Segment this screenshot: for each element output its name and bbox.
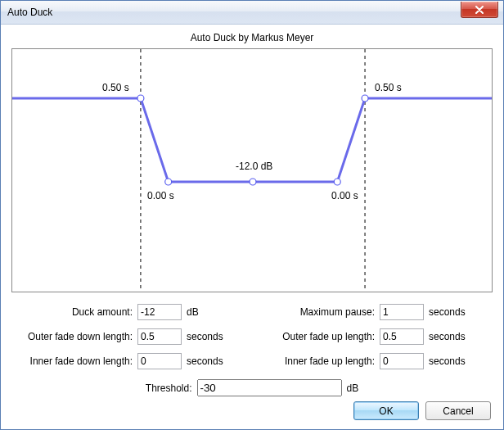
svg-point-3 xyxy=(165,179,172,185)
svg-point-2 xyxy=(137,95,144,102)
max-pause-label: Maximum pause: xyxy=(252,306,380,318)
param-threshold: Threshold: dB xyxy=(10,379,494,396)
inner-fade-down-label: Inner fade down length: xyxy=(10,355,137,367)
param-outer-fade-up: Outer fade up length: seconds xyxy=(252,328,494,345)
duck-amount-unit: dB xyxy=(182,306,199,318)
ok-button[interactable]: OK xyxy=(353,401,419,420)
inner-fade-down-time-label: 0.00 s xyxy=(147,190,174,201)
inner-fade-up-time-label: 0.00 s xyxy=(331,190,358,201)
parameters-grid: Duck amount: dB Maximum pause: seconds O… xyxy=(2,304,502,396)
max-pause-input[interactable] xyxy=(380,304,424,320)
outer-fade-down-input[interactable] xyxy=(137,328,182,345)
inner-fade-up-label: Inner fade up length: xyxy=(252,355,380,367)
svg-point-6 xyxy=(362,95,368,102)
close-button[interactable] xyxy=(461,2,498,18)
inner-fade-down-unit: seconds xyxy=(182,355,223,367)
param-max-pause: Maximum pause: seconds xyxy=(252,304,494,320)
svg-point-4 xyxy=(250,179,256,185)
outer-fade-up-input[interactable] xyxy=(380,328,424,345)
outer-fade-down-label: Outer fade down length: xyxy=(10,331,137,342)
param-inner-fade-up: Inner fade up length: seconds xyxy=(252,353,494,369)
inner-fade-up-unit: seconds xyxy=(424,355,466,367)
param-inner-fade-down: Inner fade down length: seconds xyxy=(10,353,252,369)
outer-fade-up-label: Outer fade up length: xyxy=(252,331,380,342)
outer-fade-up-unit: seconds xyxy=(424,331,466,342)
threshold-unit: dB xyxy=(347,382,359,394)
inner-fade-down-input[interactable] xyxy=(137,353,182,369)
window-title: Auto Duck xyxy=(1,7,52,18)
threshold-label: Threshold: xyxy=(146,382,192,394)
duck-amount-label: Duck amount: xyxy=(10,306,137,318)
envelope-graph[interactable]: 0.50 s 0.50 s -12.0 dB 0.00 s 0.00 s xyxy=(11,48,493,292)
outer-fade-up-time-label: 0.50 s xyxy=(375,82,402,93)
threshold-input[interactable] xyxy=(197,379,342,396)
client-area: Auto Duck by Markus Meyer 0.50 s 0.50 s … xyxy=(2,25,502,428)
outer-fade-down-time-label: 0.50 s xyxy=(102,82,129,93)
svg-point-5 xyxy=(334,179,340,185)
close-icon xyxy=(475,6,484,14)
max-pause-unit: seconds xyxy=(424,306,466,318)
dialog-window: Auto Duck Auto Duck by Markus Meyer xyxy=(0,0,504,430)
duck-amount-input[interactable] xyxy=(137,304,182,320)
param-duck-amount: Duck amount: dB xyxy=(10,304,252,320)
subtitle: Auto Duck by Markus Meyer xyxy=(2,25,502,48)
outer-fade-down-unit: seconds xyxy=(182,331,223,342)
duck-amount-graph-label: -12.0 dB xyxy=(236,161,272,172)
titlebar[interactable]: Auto Duck xyxy=(1,1,503,25)
param-outer-fade-down: Outer fade down length: seconds xyxy=(10,328,252,345)
inner-fade-up-input[interactable] xyxy=(380,353,424,369)
cancel-button[interactable]: Cancel xyxy=(425,401,491,420)
dialog-buttons: OK Cancel xyxy=(353,401,491,420)
